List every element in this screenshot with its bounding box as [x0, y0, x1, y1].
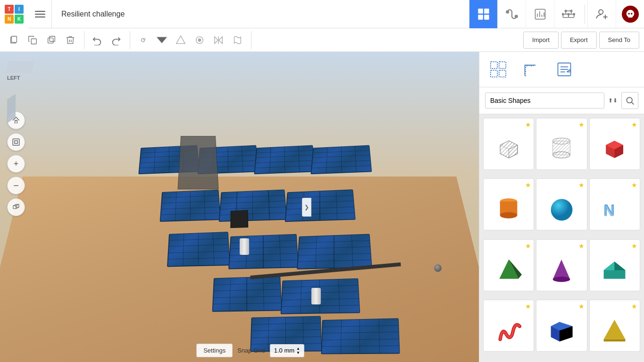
mirror-button[interactable] [209, 31, 227, 49]
export-button[interactable]: Export [561, 32, 597, 49]
hamburger-menu-button[interactable] [28, 0, 52, 28]
svg-point-75 [500, 212, 518, 219]
shape-item-cylinder[interactable]: ★ [483, 178, 534, 230]
shape-item-cylinder-hole[interactable]: ★ [536, 118, 587, 170]
tinkercad-logo[interactable]: T I N K [0, 0, 28, 28]
ruler-panel-btn[interactable] [519, 58, 543, 81]
minus-icon: − [13, 181, 19, 190]
orthographic-button[interactable] [7, 198, 25, 216]
copy-button[interactable] [24, 31, 42, 49]
shape-item-box2[interactable]: ★ [536, 300, 587, 352]
search-icon [625, 96, 635, 105]
star-badge: ★ [578, 242, 585, 250]
svg-rect-45 [499, 70, 506, 77]
svg-point-76 [551, 199, 573, 220]
toolbar: Import Export Send To [0, 28, 644, 52]
dropdown-arrows[interactable]: ⬆⬇ [608, 97, 618, 104]
new-icon [8, 35, 19, 45]
nav-3d-design[interactable] [469, 0, 497, 28]
shape-item-cone[interactable]: ★ [536, 239, 587, 291]
send-to-button[interactable]: Send To [599, 32, 639, 49]
svg-point-18 [573, 13, 575, 15]
shape-preview-roof [601, 254, 629, 287]
main-area: LEFT + [0, 52, 644, 362]
svg-rect-28 [50, 36, 55, 41]
shape-item-squiggle[interactable]: ★ [483, 300, 534, 352]
logo-k: K [15, 15, 24, 24]
shape-item-text[interactable]: ★ N N [589, 178, 640, 230]
svg-rect-42 [491, 62, 497, 68]
star-badge: ★ [578, 121, 585, 128]
shape-tool-button[interactable] [172, 31, 190, 49]
fit-view-button[interactable] [7, 133, 25, 151]
search-button[interactable] [621, 92, 638, 109]
snap-grid-value[interactable]: 1.0 mm ▲ ▼ [270, 344, 304, 357]
workplane-button[interactable] [134, 31, 152, 49]
project-title: Resilient challenge [52, 10, 469, 18]
logo-t: T [5, 5, 14, 14]
dropdown-arrow-button[interactable] [153, 31, 171, 49]
snap-down-arrow[interactable]: ▼ [296, 351, 300, 355]
align-button[interactable] [191, 31, 209, 49]
sphere-svg [549, 197, 575, 223]
shape-item-pyramid[interactable]: ★ [483, 239, 534, 291]
svg-rect-3 [484, 15, 489, 19]
snap-up-arrow[interactable]: ▲ [296, 346, 300, 351]
snap-grid-number: 1.0 mm [274, 347, 294, 354]
new-button[interactable] [5, 31, 23, 49]
solar-panel-10 [297, 234, 372, 269]
settings-button[interactable]: Settings [196, 344, 233, 357]
star-badge: ★ [525, 242, 531, 250]
notes-panel-btn[interactable] [552, 58, 576, 81]
snap-arrows[interactable]: ▲ ▼ [296, 346, 300, 355]
shape-item-box[interactable]: ★ [589, 118, 640, 170]
import-button[interactable]: Import [523, 32, 559, 49]
svg-rect-36 [13, 139, 19, 145]
shapes-dropdown-select[interactable]: Basic Shapes [485, 93, 604, 109]
svg-point-69 [553, 152, 570, 158]
align-icon [194, 35, 205, 45]
mirror-icon [213, 35, 224, 45]
perspective-icon [12, 203, 20, 211]
shapes-panel-btn[interactable] [486, 58, 510, 81]
add-user-button[interactable] [587, 0, 616, 28]
view-cube[interactable]: LEFT [7, 61, 45, 99]
undo-button[interactable] [88, 31, 106, 49]
nav-codeblocks[interactable] [497, 0, 526, 28]
shape-tool-icon [176, 35, 186, 45]
solar-panel-7 [285, 189, 356, 222]
shape-item-triangle[interactable]: ★ [589, 300, 640, 352]
shape-preview-triangle [601, 314, 629, 347]
user-avatar[interactable] [616, 0, 644, 28]
redo-icon [111, 35, 121, 45]
nav-simulate[interactable] [526, 0, 554, 28]
svg-point-4 [506, 11, 509, 13]
bricks-icon [562, 8, 575, 21]
viewport[interactable]: LEFT + [0, 52, 479, 362]
track-element [177, 136, 218, 189]
shape-item-box-hole[interactable]: ★ [483, 118, 534, 170]
shape-preview-box-hole [494, 133, 523, 166]
shape-item-sphere[interactable]: ★ [536, 178, 587, 230]
svg-rect-43 [499, 62, 506, 68]
zoom-out-button[interactable]: − [7, 177, 25, 194]
shape-preview-box2 [547, 314, 576, 347]
zoom-in-button[interactable]: + [7, 155, 25, 173]
group-button[interactable] [228, 31, 246, 49]
star-badge: ★ [525, 303, 531, 310]
panel-collapse-button[interactable]: ❯ [302, 198, 311, 217]
star-badge: ★ [631, 242, 637, 250]
skull-icon [625, 9, 636, 19]
solar-panel-5 [160, 190, 221, 222]
star-badge: ★ [525, 121, 531, 128]
scene-canvas: LEFT + [0, 52, 479, 362]
delete-button[interactable] [61, 31, 79, 49]
shape-item-roof[interactable]: ★ [589, 239, 640, 291]
left-controls: LEFT + [7, 61, 45, 216]
duplicate-button[interactable] [42, 31, 60, 49]
star-badge: ★ [631, 121, 637, 128]
redo-button[interactable] [107, 31, 125, 49]
nav-bricks[interactable] [554, 0, 582, 28]
svg-marker-33 [215, 36, 218, 43]
solar-panel-8 [167, 232, 230, 267]
